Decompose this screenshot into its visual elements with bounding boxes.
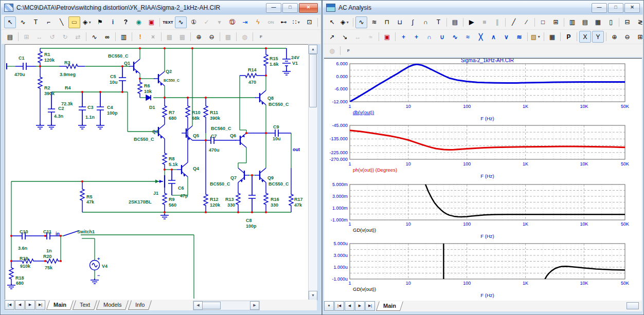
high-icon[interactable]: ∿	[449, 31, 461, 43]
global-low-icon[interactable]: ∨	[500, 31, 512, 43]
page-dropdown[interactable]: ▾	[324, 301, 334, 311]
fft-icon[interactable]: ∩	[420, 16, 432, 28]
vscroll-thumb[interactable]	[309, 54, 317, 107]
scroll-right-icon[interactable]: ▶	[250, 301, 259, 310]
show-currents-icon[interactable]: ⇥	[239, 16, 251, 28]
close-button[interactable]: ✕	[624, 3, 640, 13]
scroll-left-icon[interactable]: ◀	[193, 301, 203, 310]
panel-single-icon[interactable]: ▯	[605, 16, 617, 28]
numeric-output-icon[interactable]: ▦	[546, 31, 558, 43]
envelope-icon[interactable]: ≋	[513, 31, 525, 43]
browser-icon[interactable]: ◉	[133, 16, 145, 28]
last-page-button[interactable]: ▶|	[35, 300, 45, 310]
pulse-icon[interactable]: ⊓	[381, 16, 393, 28]
tab-info[interactable]: Info	[128, 300, 152, 310]
schematic-vscrollbar[interactable]: ▲ ▼	[308, 44, 318, 301]
run-icon[interactable]: ▶	[466, 16, 477, 28]
first-page-button[interactable]: |◀	[5, 300, 14, 310]
schematic-canvas[interactable]: C1470uR1120kR33.9megR2390kR472.3kC24.3nC…	[5, 44, 309, 301]
low-icon[interactable]: ≈	[462, 31, 474, 43]
series-label[interactable]: ph(v(out)) (Degrees)	[353, 167, 397, 173]
cursor-line-icon[interactable]: ╱	[508, 16, 520, 28]
split-window-icon[interactable]: ⊡	[303, 16, 315, 28]
y-scale-icon[interactable]: Y	[592, 31, 604, 43]
node-numbers-icon[interactable]: ①	[188, 16, 200, 28]
tab-models[interactable]: Models	[96, 300, 129, 310]
hscroll-thumb[interactable]	[202, 302, 221, 309]
plot-hscroll-thumb[interactable]	[627, 302, 639, 309]
tab-main[interactable]: Main	[376, 301, 403, 311]
font-icon[interactable]: F	[343, 45, 354, 57]
help-mode-icon[interactable]: ?	[120, 16, 132, 28]
slope-icon[interactable]: ≷	[634, 16, 644, 28]
minimize-button[interactable]: —	[592, 3, 607, 13]
restore-button[interactable]: □	[282, 3, 298, 13]
split-plot-icon[interactable]: ⊟	[621, 16, 633, 28]
global-high-icon[interactable]: ∧	[488, 31, 499, 43]
peak-icon[interactable]: ∩	[423, 31, 435, 43]
last-page-button[interactable]: ▶|	[365, 301, 375, 311]
series-label[interactable]: db(v(out))	[353, 109, 374, 115]
x-scale-icon[interactable]: X	[579, 31, 591, 43]
cursor-plus-icon[interactable]: +	[398, 31, 409, 43]
scope-mode-icon[interactable]: ∿	[355, 16, 367, 28]
search-icon[interactable]: ∞	[101, 31, 113, 43]
scope-settings-icon[interactable]: ▣	[381, 31, 393, 43]
pin-numbers-icon[interactable]: ⑬	[226, 16, 238, 28]
first-page-button[interactable]: |◀	[334, 301, 344, 311]
schematic-hscrollbar[interactable]: ◀ ▶	[193, 301, 260, 310]
cursor-add-icon[interactable]: +	[410, 31, 422, 43]
text-tool-icon[interactable]: T	[30, 16, 42, 28]
zoom-in-icon[interactable]: ⊕	[609, 31, 620, 43]
panel-grid-icon[interactable]: ▦	[592, 16, 604, 28]
select-tool-icon[interactable]: ↖	[326, 16, 338, 28]
sweep-icon[interactable]: ⊔	[394, 16, 406, 28]
zoom-out-icon[interactable]: ⊖	[206, 31, 218, 43]
3d-windows-icon[interactable]: ▧▼	[530, 31, 542, 43]
next-page-button[interactable]: ▶	[355, 301, 365, 311]
text-tool-icon[interactable]: T	[433, 16, 444, 28]
plots-area[interactable]: 6.0000.000-6.000-12.0001101001K10K50KSig…	[324, 58, 642, 301]
select-tool-icon[interactable]: ↖	[4, 16, 16, 28]
panel-vert-icon[interactable]: ▥	[566, 16, 578, 28]
tag-line-icon[interactable]: ∕	[521, 16, 532, 28]
scroll-up-icon[interactable]: ▲	[309, 45, 317, 54]
prev-page-button[interactable]: ◀	[345, 301, 354, 311]
zoom-in-icon[interactable]: ⊕	[193, 31, 205, 43]
inflection-icon[interactable]: ╳	[475, 31, 487, 43]
valley-icon[interactable]: ∪	[436, 31, 448, 43]
close-button[interactable]: ✕	[299, 3, 318, 13]
series-label[interactable]: GD(v(out))	[353, 227, 376, 233]
prev-page-button[interactable]: ◀	[15, 300, 25, 310]
font-icon[interactable]: F	[255, 31, 267, 43]
node-snap-icon[interactable]: ⊷	[278, 16, 290, 28]
grid-options-icon[interactable]: ∷▼	[291, 16, 302, 28]
component-picker-icon[interactable]: ◈▼	[339, 16, 351, 28]
properties-icon[interactable]: ▤	[449, 16, 461, 28]
panel-horiz-icon[interactable]: ▤	[579, 16, 591, 28]
show-power-icon[interactable]: ϟ	[252, 16, 264, 28]
clear-errors-icon[interactable]: ×	[147, 31, 159, 43]
design-checks-icon[interactable]: ▥	[118, 31, 130, 43]
info-warning-icon[interactable]: !	[134, 31, 146, 43]
scroll-down-icon[interactable]: ▼	[309, 291, 317, 300]
tab-main[interactable]: Main	[46, 300, 74, 310]
info-tool-icon[interactable]: i	[107, 16, 119, 28]
attributes-icon[interactable]: ▤	[4, 31, 16, 43]
restore-button[interactable]: □	[608, 3, 623, 13]
tab-text[interactable]: Text	[73, 300, 97, 310]
zoom-out-icon[interactable]: ⊖	[621, 31, 633, 43]
component-tool-icon[interactable]: ▭	[68, 16, 80, 28]
periodic-steady-state-icon[interactable]: P	[563, 31, 575, 43]
enable-region-icon[interactable]: ▣	[146, 16, 157, 28]
line-tool-icon[interactable]: ╲	[56, 16, 67, 28]
ortho-wire-tool-icon[interactable]: ⌐	[43, 16, 55, 28]
minimize-button[interactable]: —	[266, 3, 281, 13]
next-page-button[interactable]: ▶	[25, 300, 35, 310]
show-curves-icon[interactable]: ∿	[175, 16, 187, 28]
find-part-icon[interactable]: ∿	[88, 31, 100, 43]
peak-cursor-icon[interactable]: ↗	[326, 31, 338, 43]
select-box-icon[interactable]: □	[537, 16, 549, 28]
shape-picker-icon[interactable]: ◈▼	[81, 16, 93, 28]
data-points-icon[interactable]: ⊞	[550, 16, 562, 28]
